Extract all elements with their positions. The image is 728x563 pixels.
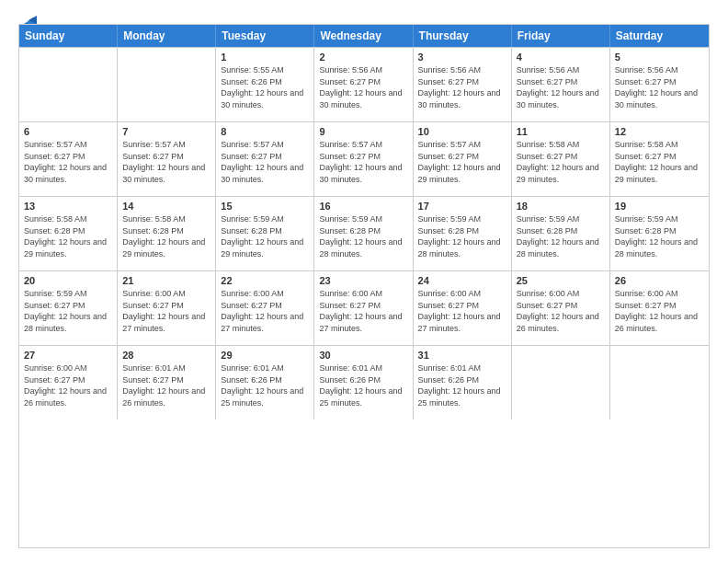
day-number: 13 <box>24 201 112 212</box>
calendar-cell: 8Sunrise: 5:57 AMSunset: 6:27 PMDaylight… <box>216 122 314 196</box>
day-info: Sunrise: 5:59 AMSunset: 6:28 PMDaylight:… <box>615 213 704 259</box>
day-info: Sunrise: 6:01 AMSunset: 6:26 PMDaylight:… <box>221 362 309 408</box>
day-number: 1 <box>221 52 309 63</box>
calendar-cell: 2Sunrise: 5:56 AMSunset: 6:27 PMDaylight… <box>314 48 413 121</box>
calendar-cell: 15Sunrise: 5:59 AMSunset: 6:28 PMDayligh… <box>216 197 314 270</box>
day-info: Sunrise: 5:59 AMSunset: 6:28 PMDaylight:… <box>517 213 605 259</box>
logo-icon <box>20 11 37 28</box>
calendar: SundayMondayTuesdayWednesdayThursdayFrid… <box>18 24 710 548</box>
day-number: 18 <box>517 201 605 212</box>
calendar-cell: 24Sunrise: 6:00 AMSunset: 6:27 PMDayligh… <box>414 271 512 345</box>
calendar-cell: 30Sunrise: 6:01 AMSunset: 6:26 PMDayligh… <box>314 346 413 419</box>
day-info: Sunrise: 6:00 AMSunset: 6:27 PMDaylight:… <box>418 288 506 334</box>
weekday-header: Friday <box>512 25 610 47</box>
calendar-cell <box>610 346 709 419</box>
day-info: Sunrise: 5:57 AMSunset: 6:27 PMDaylight:… <box>319 139 407 185</box>
calendar-cell: 22Sunrise: 6:00 AMSunset: 6:27 PMDayligh… <box>216 271 314 345</box>
day-number: 2 <box>319 52 407 63</box>
day-number: 4 <box>517 52 605 63</box>
day-number: 29 <box>221 350 309 361</box>
day-number: 19 <box>615 201 704 212</box>
day-number: 31 <box>418 350 506 361</box>
day-number: 16 <box>319 201 407 212</box>
day-info: Sunrise: 6:01 AMSunset: 6:27 PMDaylight:… <box>122 362 210 408</box>
weekday-header: Sunday <box>19 25 118 47</box>
day-number: 12 <box>615 126 704 137</box>
calendar-row: 1Sunrise: 5:55 AMSunset: 6:26 PMDaylight… <box>19 47 709 121</box>
calendar-cell: 14Sunrise: 5:58 AMSunset: 6:28 PMDayligh… <box>118 197 216 270</box>
day-info: Sunrise: 6:00 AMSunset: 6:27 PMDaylight:… <box>517 288 605 334</box>
calendar-cell: 3Sunrise: 5:56 AMSunset: 6:27 PMDaylight… <box>414 48 512 121</box>
calendar-cell <box>512 346 610 419</box>
day-info: Sunrise: 6:01 AMSunset: 6:26 PMDaylight:… <box>319 362 407 408</box>
calendar-cell: 20Sunrise: 5:59 AMSunset: 6:27 PMDayligh… <box>19 271 118 345</box>
calendar-cell: 17Sunrise: 5:59 AMSunset: 6:28 PMDayligh… <box>414 197 512 270</box>
calendar-row: 13Sunrise: 5:58 AMSunset: 6:28 PMDayligh… <box>19 196 709 270</box>
calendar-cell: 10Sunrise: 5:57 AMSunset: 6:27 PMDayligh… <box>414 122 512 196</box>
calendar-cell: 21Sunrise: 6:00 AMSunset: 6:27 PMDayligh… <box>118 271 216 345</box>
calendar-cell: 16Sunrise: 5:59 AMSunset: 6:28 PMDayligh… <box>314 197 413 270</box>
calendar-body: 1Sunrise: 5:55 AMSunset: 6:26 PMDaylight… <box>19 47 709 419</box>
calendar-cell: 9Sunrise: 5:57 AMSunset: 6:27 PMDaylight… <box>314 122 413 196</box>
day-number: 21 <box>122 275 210 286</box>
day-number: 6 <box>24 126 112 137</box>
calendar-cell: 25Sunrise: 6:00 AMSunset: 6:27 PMDayligh… <box>512 271 610 345</box>
day-info: Sunrise: 5:57 AMSunset: 6:27 PMDaylight:… <box>122 139 210 185</box>
calendar-row: 20Sunrise: 5:59 AMSunset: 6:27 PMDayligh… <box>19 270 709 345</box>
day-info: Sunrise: 5:56 AMSunset: 6:27 PMDaylight:… <box>615 64 704 110</box>
day-number: 3 <box>418 52 506 63</box>
weekday-header: Tuesday <box>216 25 314 47</box>
calendar-cell: 7Sunrise: 5:57 AMSunset: 6:27 PMDaylight… <box>118 122 216 196</box>
day-number: 26 <box>615 275 704 286</box>
calendar-cell: 31Sunrise: 6:01 AMSunset: 6:26 PMDayligh… <box>414 346 512 419</box>
day-info: Sunrise: 5:59 AMSunset: 6:28 PMDaylight:… <box>418 213 506 259</box>
day-info: Sunrise: 5:56 AMSunset: 6:27 PMDaylight:… <box>517 64 605 110</box>
day-info: Sunrise: 6:00 AMSunset: 6:27 PMDaylight:… <box>221 288 309 334</box>
calendar-row: 6Sunrise: 5:57 AMSunset: 6:27 PMDaylight… <box>19 121 709 196</box>
calendar-cell: 29Sunrise: 6:01 AMSunset: 6:26 PMDayligh… <box>216 346 314 419</box>
calendar-cell <box>19 48 118 121</box>
calendar-header: SundayMondayTuesdayWednesdayThursdayFrid… <box>19 25 709 47</box>
calendar-cell: 11Sunrise: 5:58 AMSunset: 6:27 PMDayligh… <box>512 122 610 196</box>
day-number: 30 <box>319 350 407 361</box>
day-info: Sunrise: 5:59 AMSunset: 6:28 PMDaylight:… <box>319 213 407 259</box>
weekday-header: Thursday <box>414 25 512 47</box>
calendar-cell <box>118 48 216 121</box>
day-info: Sunrise: 5:59 AMSunset: 6:27 PMDaylight:… <box>24 288 112 334</box>
day-info: Sunrise: 5:58 AMSunset: 6:27 PMDaylight:… <box>615 139 704 185</box>
day-info: Sunrise: 6:01 AMSunset: 6:26 PMDaylight:… <box>418 362 506 408</box>
day-number: 24 <box>418 275 506 286</box>
day-info: Sunrise: 5:58 AMSunset: 6:28 PMDaylight:… <box>122 213 210 259</box>
day-number: 10 <box>418 126 506 137</box>
calendar-cell: 28Sunrise: 6:01 AMSunset: 6:27 PMDayligh… <box>118 346 216 419</box>
day-number: 11 <box>517 126 605 137</box>
day-number: 23 <box>319 275 407 286</box>
day-info: Sunrise: 6:00 AMSunset: 6:27 PMDaylight:… <box>319 288 407 334</box>
calendar-cell: 1Sunrise: 5:55 AMSunset: 6:26 PMDaylight… <box>216 48 314 121</box>
day-number: 7 <box>122 126 210 137</box>
calendar-row: 27Sunrise: 6:00 AMSunset: 6:27 PMDayligh… <box>19 345 709 419</box>
day-info: Sunrise: 5:58 AMSunset: 6:28 PMDaylight:… <box>24 213 112 259</box>
calendar-cell: 6Sunrise: 5:57 AMSunset: 6:27 PMDaylight… <box>19 122 118 196</box>
calendar-cell: 5Sunrise: 5:56 AMSunset: 6:27 PMDaylight… <box>610 48 709 121</box>
day-info: Sunrise: 6:00 AMSunset: 6:27 PMDaylight:… <box>615 288 704 334</box>
day-info: Sunrise: 5:59 AMSunset: 6:28 PMDaylight:… <box>221 213 309 259</box>
day-number: 25 <box>517 275 605 286</box>
day-number: 22 <box>221 275 309 286</box>
day-info: Sunrise: 5:57 AMSunset: 6:27 PMDaylight:… <box>221 139 309 185</box>
weekday-header: Monday <box>118 25 216 47</box>
day-info: Sunrise: 6:00 AMSunset: 6:27 PMDaylight:… <box>24 362 112 408</box>
day-number: 20 <box>24 275 112 286</box>
calendar-cell: 27Sunrise: 6:00 AMSunset: 6:27 PMDayligh… <box>19 346 118 419</box>
day-number: 9 <box>319 126 407 137</box>
calendar-cell: 4Sunrise: 5:56 AMSunset: 6:27 PMDaylight… <box>512 48 610 121</box>
calendar-cell: 26Sunrise: 6:00 AMSunset: 6:27 PMDayligh… <box>610 271 709 345</box>
day-info: Sunrise: 5:56 AMSunset: 6:27 PMDaylight:… <box>319 64 407 110</box>
day-info: Sunrise: 5:55 AMSunset: 6:26 PMDaylight:… <box>221 64 309 110</box>
day-number: 14 <box>122 201 210 212</box>
calendar-cell: 19Sunrise: 5:59 AMSunset: 6:28 PMDayligh… <box>610 197 709 270</box>
calendar-cell: 18Sunrise: 5:59 AMSunset: 6:28 PMDayligh… <box>512 197 610 270</box>
calendar-cell: 12Sunrise: 5:58 AMSunset: 6:27 PMDayligh… <box>610 122 709 196</box>
calendar-cell: 23Sunrise: 6:00 AMSunset: 6:27 PMDayligh… <box>314 271 413 345</box>
weekday-header: Saturday <box>610 25 709 47</box>
